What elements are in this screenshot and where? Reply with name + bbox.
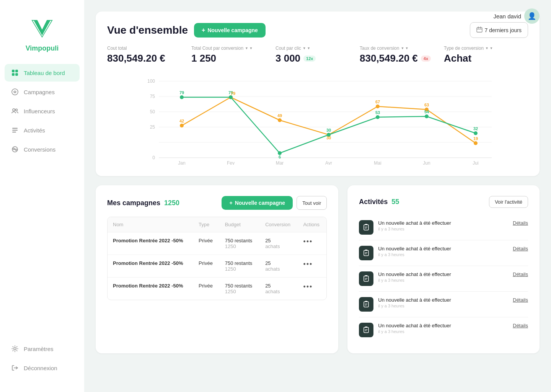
activity-item: Un nouvelle achat à été effectuer il y a… [359, 317, 528, 343]
influenceurs-icon [11, 107, 19, 115]
campaigns-table: Nom Type Budget Conversion Actions Promo… [108, 217, 326, 300]
svg-text:25: 25 [150, 124, 155, 130]
stat-cout-par-clic: Cout par clic ▼ 3 000 12x [276, 46, 360, 64]
page-header: Vue d'ensemble + Nouvelle campagne 7 der… [107, 22, 528, 38]
activity-time: il y a 3 heures [378, 304, 508, 308]
sidebar-bottom: Paramètres Déconnexion [0, 340, 84, 384]
activity-text: Un nouvelle achat à été effectuer il y a… [378, 323, 508, 334]
svg-text:53: 53 [375, 110, 380, 115]
user-name: Jean david [493, 13, 521, 20]
svg-point-42 [376, 105, 380, 108]
deconnexion-icon [11, 364, 19, 372]
new-campaign-button[interactable]: + Nouvelle campagne [194, 23, 266, 38]
svg-point-11 [13, 148, 15, 150]
overview-card: Vue d'ensemble + Nouvelle campagne 7 der… [96, 11, 540, 176]
campaigns-new-button[interactable]: + Nouvelle campagne [222, 196, 293, 210]
cell-type: Privée [193, 255, 220, 278]
chevron-stat-4: ▼ [485, 46, 493, 50]
svg-rect-7 [12, 128, 18, 129]
svg-text:0: 0 [152, 155, 155, 160]
activity-time: il y a 3 heures [378, 227, 508, 231]
svg-rect-1 [15, 70, 18, 72]
sidebar-item-conversions[interactable]: Conversions [5, 140, 80, 158]
campaigns-card: Mes campagnes 1250 + Nouvelle campagne T… [96, 185, 338, 353]
svg-text:50: 50 [150, 109, 155, 114]
svg-point-44 [474, 141, 478, 145]
svg-text:79: 79 [231, 91, 235, 96]
stat-value-2: 3 000 [276, 52, 300, 64]
th-conversion: Conversion [260, 217, 298, 232]
campaigns-table-header: Nom Type Budget Conversion Actions [108, 217, 326, 232]
sidebar-item-influenceurs[interactable]: Influenceurs [5, 102, 80, 120]
svg-text:Jan: Jan [178, 160, 185, 165]
campaigns-view-all-button[interactable]: Tout voir [297, 196, 327, 210]
details-link[interactable]: Détails [513, 220, 528, 226]
cell-nom: Promotion Rentrée 2022 -50% [108, 232, 193, 255]
svg-point-38 [180, 124, 184, 127]
new-campaign-label: Nouvelle campagne [207, 27, 258, 33]
campaigns-table-wrap: Nom Type Budget Conversion Actions Promo… [107, 217, 327, 300]
activity-title: Un nouvelle achat à été effectuer [378, 271, 508, 277]
details-link[interactable]: Détails [513, 271, 528, 277]
date-filter-button[interactable]: 7 derniers jours [470, 22, 528, 38]
activity-title: Un nouvelle achat à été effectuer [378, 220, 508, 226]
sidebar-item-activites[interactable]: Activités [5, 121, 80, 139]
activity-title: Un nouvelle achat à été effectuer [378, 246, 508, 252]
sidebar-item-campagnes[interactable]: Campagnes [5, 83, 80, 101]
chevron-stat-3: ▼ [401, 46, 408, 50]
cell-actions[interactable]: ••• [298, 278, 326, 300]
th-budget: Budget [220, 217, 260, 232]
svg-text:79: 79 [179, 90, 184, 95]
svg-point-45 [180, 95, 184, 99]
actions-menu-button[interactable]: ••• [303, 238, 313, 245]
sidebar-item-tableau-de-bord[interactable]: Tableau de bord [5, 64, 80, 82]
badge-stat-3: 4x [421, 56, 431, 62]
svg-text:Mar: Mar [276, 160, 284, 165]
activities-header: Activités 55 Voir l'activité [359, 196, 528, 208]
svg-rect-79 [365, 301, 367, 302]
details-link[interactable]: Détails [513, 323, 528, 328]
activities-count: 55 [391, 198, 399, 206]
chevron-stat-1: ▼ [245, 46, 253, 50]
svg-rect-74 [364, 276, 368, 281]
user-badge: Jean david 👤 [493, 8, 540, 24]
th-nom: Nom [108, 217, 193, 232]
chart-svg: 100 75 50 25 0 Jan Fev Mar Avr Mai Jun J… [107, 74, 528, 165]
activities-list: Un nouvelle achat à été effectuer il y a… [359, 215, 528, 343]
activity-icon [359, 271, 373, 286]
view-activity-button[interactable]: Voir l'activité [489, 196, 528, 208]
sidebar-item-parametres[interactable]: Paramètres [5, 340, 80, 358]
activity-icon [359, 297, 373, 312]
table-row: Promotion Rentrée 2022 -50% Privée 750 r… [108, 232, 326, 255]
conversions-icon [11, 145, 19, 154]
actions-menu-button[interactable]: ••• [303, 260, 313, 268]
svg-line-13 [15, 149, 15, 150]
campagnes-icon [11, 88, 19, 96]
calendar-icon [476, 26, 483, 34]
svg-rect-16 [477, 28, 482, 32]
svg-point-5 [13, 109, 15, 111]
sidebar-label-influenceurs: Influenceurs [24, 108, 55, 114]
cell-conversion: 25 achats [260, 255, 298, 278]
cell-actions[interactable]: ••• [298, 232, 326, 255]
svg-rect-78 [364, 302, 368, 307]
sidebar-item-deconnexion[interactable]: Déconnexion [5, 359, 80, 377]
activity-title: Un nouvelle achat à été effectuer [378, 297, 508, 303]
campaigns-title-group: Mes campagnes 1250 [107, 199, 179, 207]
svg-text:30: 30 [326, 128, 331, 132]
stat-value-3: 830,549.20 € [360, 52, 418, 64]
logo-container: Vimpopuli [0, 8, 84, 64]
details-link[interactable]: Détails [513, 246, 528, 252]
cell-actions[interactable]: ••• [298, 255, 326, 278]
actions-menu-button[interactable]: ••• [303, 283, 313, 291]
cell-conversion: 25 achats [260, 278, 298, 300]
svg-point-4 [12, 89, 18, 95]
svg-rect-66 [364, 225, 368, 230]
svg-text:63: 63 [424, 103, 429, 107]
campaigns-count: 1250 [164, 199, 179, 207]
svg-point-14 [14, 348, 16, 350]
svg-rect-83 [365, 327, 367, 328]
details-link[interactable]: Détails [513, 297, 528, 303]
sidebar-label-conversions: Conversions [24, 146, 55, 153]
svg-rect-2 [12, 73, 15, 76]
